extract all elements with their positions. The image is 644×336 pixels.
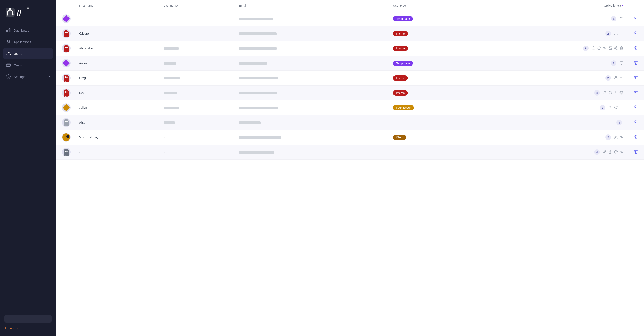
last-name-cell: - [159,11,235,26]
sidebar: // Dashboard Applications [0,0,56,336]
table-row: AlexandreInterne6 [56,41,644,56]
svg-point-108 [605,151,606,152]
email-cell [235,85,389,100]
action-cell [628,145,644,160]
sidebar-item-settings[interactable]: Settings ▾ [2,71,53,82]
group-app-icon [603,150,606,154]
last-name-cell [159,56,235,71]
action-cell [628,115,644,130]
slack-app-icon [620,135,623,140]
delete-user-button[interactable] [632,15,640,22]
delete-user-button[interactable] [632,60,640,67]
svg-rect-15 [62,15,70,22]
svg-point-70 [65,91,66,93]
applications-cell: 0 [478,115,628,130]
delete-user-button[interactable] [632,89,640,96]
applications-cell: 2 [478,130,628,145]
delete-user-button[interactable] [632,30,640,37]
avatar [62,118,70,127]
app-count-badge: 6 [583,45,588,51]
svg-point-37 [66,47,68,48]
sidebar-nav: Dashboard Applications Users [0,25,56,312]
delete-user-button[interactable] [632,74,640,82]
applications-header-label: Application(s) [602,4,621,7]
action-cell [628,130,644,145]
user-type-badge: Interne [393,31,408,36]
applications-dropdown-chevron-icon: ▾ [622,4,623,7]
svg-rect-5 [8,29,9,32]
email-cell [235,26,389,41]
avatar-cell [56,41,75,56]
delete-user-button[interactable] [632,104,640,111]
last-name-cell [159,41,235,56]
avatar-cell [56,11,75,26]
svg-point-103 [65,154,67,156]
svg-point-34 [65,50,67,52]
svg-point-106 [66,151,68,152]
svg-point-9 [7,42,8,43]
delete-user-button[interactable] [632,45,640,52]
table-row: V.pierresteguy-Client2 [56,130,644,145]
refresh-app-icon [614,105,618,110]
logout-button[interactable]: Logout ↪ [4,326,52,331]
th-applications[interactable]: Application(s) ▾ [478,0,628,11]
applications-cell: 1 [478,11,628,26]
th-first-name: First name [75,0,159,11]
svg-point-107 [604,151,605,152]
svg-point-24 [66,32,68,33]
delete-user-button[interactable] [632,134,640,141]
sidebar-item-costs[interactable]: Costs [2,60,53,70]
delete-user-button[interactable] [632,149,640,156]
th-last-name: Last name [159,0,235,11]
delete-user-button[interactable] [632,119,640,126]
svg-point-45 [616,46,617,47]
user-type-cell: Client [389,130,478,145]
svg-point-44 [610,47,610,48]
avatar [62,14,70,23]
sidebar-label-applications: Applications [14,40,31,44]
last-name-cell [159,100,235,115]
first-name-cell: - [75,11,159,26]
avatar [62,103,70,112]
first-name-cell: Eva [75,85,159,100]
app-count-badge: 4 [594,90,600,96]
svg-point-14 [8,76,9,77]
avatar [62,29,70,38]
table-row: --Temporaire1 [56,11,644,26]
svg-point-16 [620,17,622,18]
applications-filter-dropdown[interactable]: Application(s) ▾ [482,4,623,7]
sidebar-item-applications[interactable]: Applications [2,36,53,47]
svg-point-89 [67,125,69,126]
table-row: C.laurent-Interne2 [56,26,644,41]
svg-point-26 [616,32,617,33]
avatar-cell [56,26,75,41]
svg-text://: // [17,8,22,18]
last-name-cell [159,71,235,85]
user-type-badge: Temporaire [393,61,413,66]
avatar [62,88,70,97]
table-row: --4 [56,145,644,160]
sidebar-label-settings: Settings [14,75,25,79]
email-cell [235,56,389,71]
svg-point-46 [614,47,616,48]
sidebar-item-dashboard[interactable]: Dashboard [2,25,53,36]
group-app-icon [614,76,618,80]
svg-point-90 [65,121,66,122]
th-actions [628,0,644,11]
sidebar-label-costs: Costs [14,63,22,67]
campfire-app-icon [608,150,612,154]
table-row: EvaInterne4 [56,85,644,100]
sidebar-item-users[interactable]: Users [2,48,53,59]
applications-cell: 6 [478,41,628,56]
svg-point-73 [605,91,606,92]
last-name-cell [159,85,235,100]
svg-line-48 [615,48,616,49]
action-cell [628,85,644,100]
svg-point-59 [615,76,616,77]
main-content: First name Last name Email User type App… [56,0,644,336]
avatar [62,44,70,53]
user-type-cell: Temporaire [389,56,478,71]
user-type-cell: Fournisseur [389,100,478,115]
app-count-badge: 2 [605,134,611,140]
th-user-type: User type [389,0,478,11]
